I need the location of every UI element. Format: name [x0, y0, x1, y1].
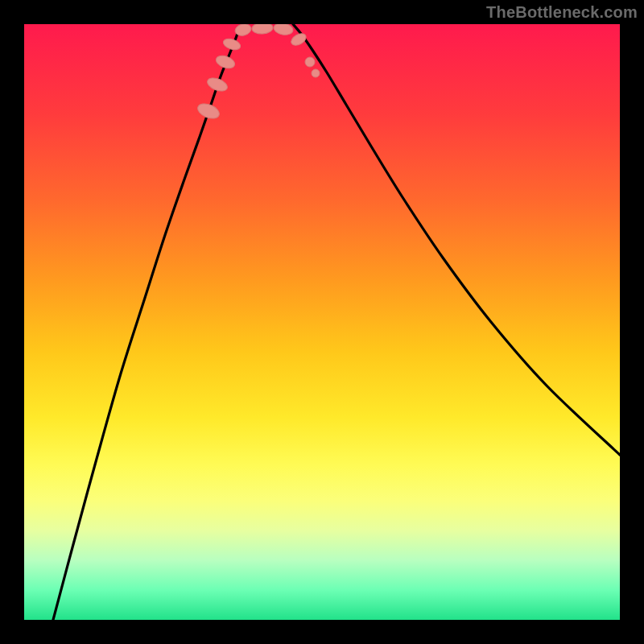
bottom-beads-dot: [273, 24, 294, 36]
left-beads-dot: [205, 76, 229, 94]
right-beads-dot: [305, 57, 315, 67]
right-beads-dot: [312, 69, 320, 77]
bottom-beads-dot: [252, 24, 274, 35]
watermark: TheBottleneck.com: [486, 3, 638, 22]
left-beads-dot: [214, 53, 236, 70]
plot-area: [24, 24, 620, 620]
curve-layer: [24, 24, 620, 620]
left-beads-dot: [222, 37, 242, 52]
right-curve: [293, 24, 620, 455]
left-beads-dot: [196, 101, 221, 121]
chart-stage: TheBottleneck.com: [0, 0, 644, 644]
right-beads-dot: [289, 31, 308, 47]
